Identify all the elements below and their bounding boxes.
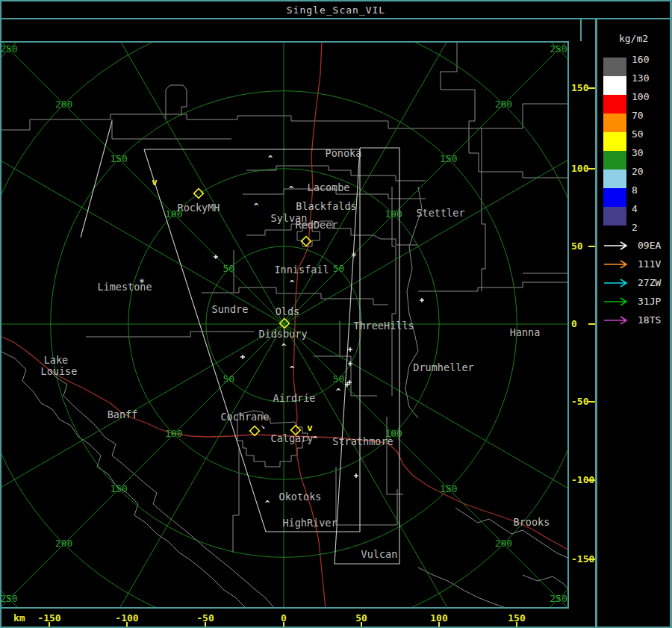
county-boundary-line — [523, 575, 567, 590]
right-axis-tick — [588, 87, 595, 89]
county-boundary-line — [418, 568, 508, 607]
county-boundary-line — [246, 166, 426, 181]
city-label-banff: Banff — [108, 408, 138, 420]
azimuth-radial-120deg — [284, 324, 567, 533]
legend-unit-label: kg/m2 — [597, 33, 670, 44]
ring-label-100: 100 — [165, 428, 182, 439]
ring-label-250: 250 — [550, 593, 567, 604]
county-boundary-line — [441, 43, 567, 178]
caret-marker: ^ — [268, 154, 273, 164]
city-label-okotoks: Okotoks — [279, 491, 322, 503]
legend-scale-label-20: 20 — [632, 166, 644, 177]
caret-marker: ^ — [281, 342, 287, 352]
caret-marker: ^ — [289, 184, 294, 194]
city-label-vulcan: Vulcan — [361, 548, 398, 560]
right-axis-tick — [588, 559, 595, 560]
legend-color-box-50 — [603, 132, 626, 151]
legend-scale-label-50: 50 — [632, 128, 644, 140]
right-axis-label-150: 150 — [571, 82, 588, 93]
county-boundary-line — [45, 366, 275, 607]
city-label-brooks: Brooks — [514, 516, 550, 528]
ring-label-50: 50 — [223, 263, 235, 274]
county-boundary-line — [405, 187, 422, 418]
asterisk-marker: * — [351, 250, 357, 262]
city-label-rockymh: RockyMH — [178, 202, 220, 214]
bottom-axis-tick — [283, 622, 284, 627]
ring-label-150: 150 — [440, 153, 457, 164]
bottom-axis-tick — [126, 622, 128, 627]
window-title-bar: Single_Scan_VIL — [0, 0, 672, 19]
bottom-axis-tick — [49, 622, 50, 627]
radar-id-label-09EA: 09EA — [638, 240, 661, 251]
ring-label-50: 50 — [223, 373, 235, 385]
ring-label-250: 250 — [1, 43, 18, 55]
header-divider — [580, 19, 582, 41]
city-label-strathmore: Strathmore — [332, 435, 393, 447]
radar-id-label-111V: 111V — [638, 258, 661, 270]
city-label-blackfalds: Blackfalds — [296, 200, 356, 212]
caret-marker: ^ — [265, 499, 270, 509]
city-label-airdrie: Airdrie — [273, 392, 316, 404]
ring-label-50: 50 — [333, 263, 345, 274]
legend-color-box-70 — [603, 114, 626, 132]
ring-label-200: 200 — [495, 99, 512, 110]
legend-radar-row-31JP: 31JP — [603, 296, 670, 306]
radar-arrow-icon — [603, 296, 629, 307]
ring-label-50: 50 — [333, 373, 345, 385]
city-label-olds: Olds — [276, 305, 300, 317]
bottom-axis-tick — [438, 622, 440, 627]
track-arrow-icon: ↘ — [261, 422, 265, 430]
caret-marker: ^ — [290, 364, 295, 374]
city-label-cochrane: Cochrane — [220, 411, 269, 423]
bottom-axis-tick — [516, 622, 517, 627]
legend-scale-label-8: 8 — [632, 184, 638, 196]
city-label-didsbury: Didsbury — [258, 328, 307, 340]
ring-label-150: 150 — [110, 153, 127, 164]
radar-arrow-icon — [603, 259, 629, 270]
county-boundary-line — [112, 119, 231, 139]
radar-arrow-icon — [603, 315, 629, 326]
caret-marker: ^ — [313, 435, 318, 444]
caret-marker: ^ — [336, 387, 341, 397]
city-label-reddeer: RedDeer — [296, 219, 338, 231]
right-axis-tick — [588, 323, 595, 325]
right-axis-label-50: 50 — [571, 240, 583, 252]
city-label-innisfail: Innisfail — [274, 264, 329, 276]
caret-marker: ^ — [254, 202, 259, 211]
legend-radar-row-18TS: 18TS — [603, 314, 670, 325]
right-axis-label--50: -50 — [571, 396, 588, 407]
bottom-axis-unit-label: km — [13, 612, 25, 624]
ring-label-200: 200 — [55, 99, 72, 110]
legend-color-box-8 — [603, 188, 626, 207]
city-label-ponoka: Ponoka — [326, 147, 362, 159]
city-label-highriver: HighRiver — [282, 517, 337, 529]
bottom-axis: km -150-100-50050100150 — [0, 609, 595, 627]
radar-site-marker — [194, 189, 204, 199]
radar-arrow-icon — [603, 278, 629, 288]
city-label-sundre: Sundre — [212, 303, 249, 315]
city-label-hanna: Hanna — [510, 326, 541, 338]
radar-arrow-icon — [603, 240, 629, 251]
ring-label-200: 200 — [495, 538, 512, 549]
azimuth-radial-300deg — [1, 115, 284, 324]
ring-label-150: 150 — [110, 483, 127, 494]
bottom-axis-tick — [205, 622, 206, 627]
city-label-drumheller: Drumheller — [413, 361, 473, 373]
window-title: Single_Scan_VIL — [287, 4, 385, 16]
city-label-threehills: ThreeHills — [353, 320, 414, 332]
legend-color-box-100 — [603, 95, 626, 114]
county-boundary-line — [455, 508, 567, 559]
legend-panel: kg/m2 1601301007050302084209EA111V27ZW31… — [597, 19, 670, 627]
legend-color-box-130 — [603, 76, 626, 95]
city-label-louise: Louise — [41, 365, 78, 377]
radar-app-window: { "window": { "title": "Single_Scan_VIL"… — [0, 0, 672, 628]
county-boundary-line — [1, 351, 246, 607]
city-label-calgary: Calgary — [271, 432, 314, 444]
asterisk-marker: * — [139, 276, 145, 288]
right-axis-label-100: 100 — [571, 163, 588, 174]
city-label-lake: Lake — [44, 354, 69, 366]
legend-scale-label-2: 2 — [632, 222, 638, 233]
radar-id-label-27ZW: 27ZW — [638, 277, 661, 288]
legend-scale-label-4: 4 — [632, 203, 638, 214]
county-boundary-line — [1, 114, 478, 130]
